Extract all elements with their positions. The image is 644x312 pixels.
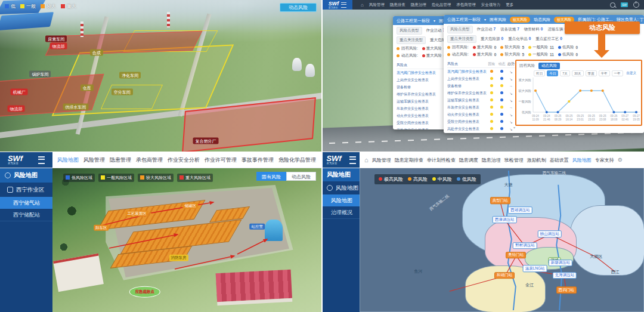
chevron-down-icon[interactable]: ▾: [484, 17, 486, 21]
home-icon[interactable]: ⌂: [361, 2, 364, 8]
chevron-down-icon[interactable]: ▾: [434, 18, 435, 23]
station-chip[interactable]: 西四门站: [556, 286, 577, 294]
chart-tab[interactable]: 动态风险: [538, 63, 560, 69]
station-chip[interactable]: 独山调压站: [538, 230, 562, 237]
nav-item[interactable]: 风险地图: [572, 157, 592, 163]
chart-tab[interactable]: 固有风险: [519, 63, 535, 69]
type-count: 设备设施7: [500, 27, 519, 32]
legend-color-swatch: [379, 177, 382, 181]
nav-item[interactable]: 隐患管理: [110, 156, 131, 164]
station-chip[interactable]: 北海调压站: [553, 272, 577, 279]
trend-arrow: →: [507, 84, 515, 88]
risk-view-toggle: 固有风险动态风险: [256, 172, 316, 181]
svg-text:09-2719:05: 09-2719:05: [633, 115, 640, 121]
stat-item: 低风险0: [558, 45, 578, 50]
sidebar-item-risk-map[interactable]: 风险地图: [0, 168, 52, 183]
station-map-app-panel: SWf赛为安全 风险地图风险管理隐患管理承包商管理作业安全分析作业许可管理事故事…: [0, 152, 321, 312]
risk-legend: 极高风险 高风险 中风险 低风险: [374, 174, 481, 184]
home-icon[interactable]: ⌂: [364, 156, 369, 163]
legend-color-swatch: [408, 177, 411, 181]
nav-item[interactable]: 风险管理: [83, 156, 105, 164]
station-chip[interactable]: 野村调压站: [513, 242, 537, 249]
station-chip[interactable]: 大观区: [588, 254, 604, 260]
menu-icon[interactable]: [349, 156, 356, 164]
station-chip[interactable]: 和靖门站: [494, 272, 515, 279]
station-chip[interactable]: 鱼河: [412, 268, 424, 274]
range-button[interactable]: 自定义: [625, 70, 639, 75]
station-chip[interactable]: 典型门站: [490, 197, 510, 205]
nav-item[interactable]: 事故事件管理: [242, 156, 274, 164]
nav-item[interactable]: 隐患排查: [390, 2, 405, 8]
nav-item[interactable]: 承包商管理: [456, 2, 476, 8]
nav-item[interactable]: 作业安全分析: [168, 156, 200, 164]
legend-color-swatch: [457, 177, 460, 181]
table-row[interactable]: 设备检修 →: [447, 82, 515, 89]
sidebar-item-risk-map[interactable]: 风险地图: [323, 194, 360, 206]
dynamic-dot: [500, 106, 503, 109]
station-area-label: 工艺装置区: [125, 211, 148, 217]
nav-item[interactable]: 安全领导力: [481, 2, 501, 8]
station-chip[interactable]: 金江: [524, 282, 535, 288]
table-row[interactable]: 运输车辆安全检查表 ↘: [447, 97, 515, 104]
station-chip[interactable]: 大塘: [502, 182, 514, 188]
table-row[interactable]: 动火作业安全检查表 ↘: [447, 111, 515, 118]
nav-item[interactable]: 隐患治理: [482, 157, 501, 163]
table-row[interactable]: 维护保养作业安全检查表 ↘: [447, 89, 515, 97]
brand-logo[interactable]: SWf赛为安全: [323, 0, 352, 10]
nav-item[interactable]: 班检管理: [504, 157, 524, 163]
dynamic-risk-button[interactable]: 动态风险: [280, 3, 317, 12]
nav-item[interactable]: 更多: [506, 2, 513, 8]
trend-arrow: ↘: [507, 113, 515, 117]
table-row[interactable]: 高处作业安全检查表 ↘: [447, 125, 515, 132]
dynamic-risk-callout: 动态风险: [565, 21, 640, 34]
swf-logo: SWf赛为安全: [8, 155, 23, 165]
sidebar-item-governance-overview[interactable]: 治理概况: [323, 206, 360, 219]
nav-item[interactable]: 基础设置: [550, 157, 569, 163]
nav-item[interactable]: 风险管理: [372, 157, 391, 163]
nav-item[interactable]: 隐患调度: [459, 157, 478, 163]
station-chip[interactable]: 新塘调压站: [549, 260, 573, 267]
inherent-risk-badge: 较大风险: [510, 17, 530, 23]
station-chip[interactable]: 西靖调压站: [508, 207, 532, 214]
legend-color-swatch: [432, 177, 436, 181]
power-icon[interactable]: [633, 2, 639, 8]
table-row[interactable]: 上岗作业安全检查表 ↘: [447, 75, 515, 82]
sidebar-item-gas-storage-station[interactable]: 西宁储气站: [0, 197, 52, 209]
nav-item[interactable]: 专家支持: [595, 157, 614, 163]
nav-item[interactable]: 风险管理: [369, 2, 385, 8]
menu-icon[interactable]: [341, 2, 346, 8]
risk-view-button[interactable]: 固有风险: [256, 172, 286, 181]
nav-item[interactable]: 隐患治理: [411, 2, 426, 8]
svg-text:09-2421:46: 09-2421:46: [543, 115, 550, 121]
sidebar-parent-risk-map[interactable]: 风险地图: [323, 181, 360, 194]
risk-view-button[interactable]: 动态风险: [286, 172, 316, 181]
table-row[interactable]: 受限空间作业检查表 ↘: [447, 118, 515, 125]
sidebar-group-work-area[interactable]: 西宁作业区: [0, 183, 52, 197]
brand-logo[interactable]: SWf赛为安全: [323, 152, 360, 168]
station-chip[interactable]: 奥特门站: [506, 252, 526, 259]
legend-color-swatch: [20, 4, 24, 8]
table-row[interactable]: 吊装作业安全检查表 →: [447, 104, 515, 111]
station-chip[interactable]: 温泉LNG站: [523, 265, 547, 273]
trend-arrow: ↘: [507, 98, 515, 103]
scrollbar[interactable]: ▾: [513, 125, 515, 129]
nav-item[interactable]: 作业许可管理: [205, 156, 237, 164]
nav-item[interactable]: 隐患定期排查: [395, 157, 423, 163]
focus-count: 重点监控工艺0: [535, 36, 562, 42]
gear-icon[interactable]: ⚙: [618, 157, 623, 163]
nav-item[interactable]: 危险化学品管理: [278, 156, 316, 164]
search-icon[interactable]: [610, 2, 615, 8]
nav-item[interactable]: 承包商管理: [136, 156, 163, 164]
sidebar-item-distribution-station[interactable]: 西宁储配站: [0, 209, 52, 221]
station-chip[interactable]: 西康调压站: [493, 217, 517, 224]
plant-3d-render: 尿素车间物流部合成净化车间锅炉车间机械厂仓库空分车间供排水车间物流部复合肥分厂: [0, 0, 321, 152]
nav-item[interactable]: 危化品管理: [432, 2, 451, 8]
station-chip[interactable]: 西江: [609, 269, 621, 275]
stat-item: 较大风险5: [500, 45, 524, 50]
nav-item[interactable]: 风险地图: [57, 156, 79, 164]
table-row[interactable]: 蒸汽阀门操作安全检查表 ↘: [447, 68, 515, 75]
menu-icon[interactable]: [38, 156, 45, 164]
brand-logo[interactable]: SWf赛为安全: [0, 152, 52, 168]
nav-item[interactable]: 非计划性检查: [427, 157, 456, 163]
nav-item[interactable]: 激励机制: [527, 157, 546, 163]
